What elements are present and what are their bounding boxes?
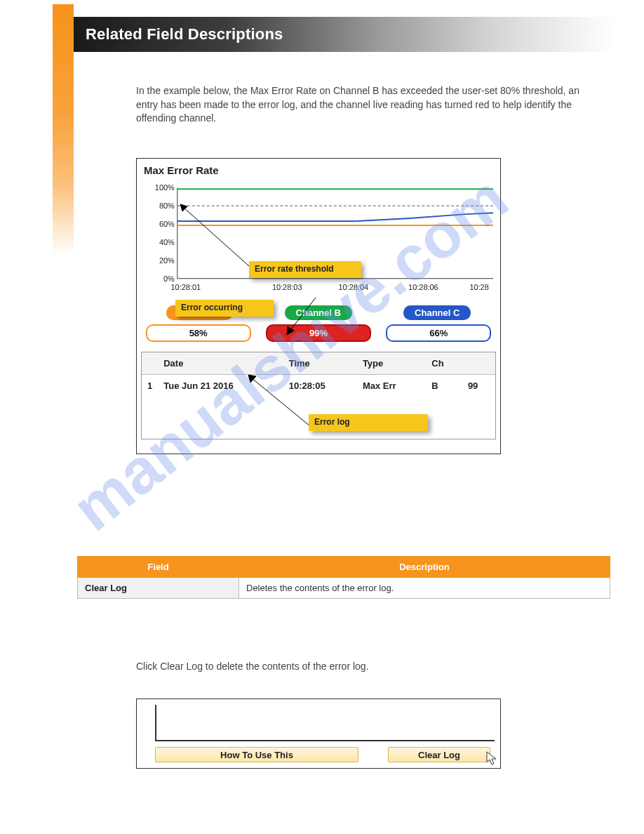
header-orange-tab bbox=[53, 4, 74, 17]
log-cell-n: 1 bbox=[142, 375, 158, 397]
ytick-0: 0% bbox=[163, 274, 175, 283]
xtick-1: 10:28:03 bbox=[272, 283, 302, 291]
sidebar-orange-gradient bbox=[53, 17, 74, 256]
axis-y bbox=[155, 705, 156, 741]
how-to-use-button[interactable]: How To Use This bbox=[155, 747, 358, 762]
xtick-0: 10:28:01 bbox=[170, 283, 201, 291]
svg-marker-5 bbox=[287, 326, 294, 335]
callout-error: Error occurring bbox=[175, 300, 274, 317]
table-row: 1 Tue Jun 21 2016 10:28:05 Max Err B 99 bbox=[142, 375, 495, 397]
svg-line-2 bbox=[183, 207, 249, 266]
error-log-panel: Date Time Type Ch 1 Tue Jun 21 2016 10:2… bbox=[141, 352, 496, 439]
ytick-20: 20% bbox=[159, 256, 175, 265]
log-col-val bbox=[462, 352, 495, 375]
chart-area: 100% 80% 60% 40% 20% 0% 10:28:01 10:28:0… bbox=[137, 180, 500, 300]
paragraph-clearlog: Click Clear Log to delete the contents o… bbox=[136, 660, 602, 674]
callout-log: Error log bbox=[309, 414, 428, 431]
log-cell-type: Max Err bbox=[357, 375, 426, 397]
figure-max-error-rate: Max Error Rate 100% 80% 60% 40% 20% 0% 1… bbox=[136, 158, 501, 454]
xtick-2: 10:28:04 bbox=[339, 283, 369, 291]
ft-cell-val: Deletes the contents of the error log. bbox=[239, 578, 610, 599]
paragraph-intro: In the example below, the Max Error Rate… bbox=[136, 84, 602, 126]
ft-cell-key: Clear Log bbox=[78, 578, 239, 599]
log-cell-ch: B bbox=[426, 375, 462, 397]
ft-head-desc: Description bbox=[239, 557, 610, 578]
cursor-icon bbox=[486, 751, 499, 767]
log-cell-val: 99 bbox=[462, 375, 495, 397]
table-row: Clear Log Deletes the contents of the er… bbox=[78, 578, 610, 599]
callout-threshold: Error rate threshold bbox=[249, 261, 361, 278]
pct-channel-a: 58% bbox=[146, 324, 251, 342]
pct-channel-c: 66% bbox=[386, 324, 491, 342]
error-log-table: Date Time Type Ch 1 Tue Jun 21 2016 10:2… bbox=[142, 352, 495, 397]
ft-head-field: Field bbox=[78, 557, 239, 578]
log-col-date: Date bbox=[158, 352, 283, 375]
arrow-threshold bbox=[179, 203, 256, 273]
log-col-ch: Ch bbox=[426, 352, 462, 375]
log-col-type: Type bbox=[357, 352, 426, 375]
svg-marker-7 bbox=[248, 375, 256, 383]
xtick-4: 10:28 bbox=[469, 283, 488, 291]
ytick-100: 100% bbox=[155, 183, 175, 192]
xtick-3: 10:28:06 bbox=[408, 283, 438, 291]
figure-clear-log: How To Use This Clear Log bbox=[136, 699, 501, 769]
ytick-60: 60% bbox=[159, 220, 175, 228]
clear-log-button[interactable]: Clear Log bbox=[388, 747, 490, 762]
arrow-error bbox=[284, 294, 319, 336]
arrow-log bbox=[247, 373, 317, 430]
log-col-time: Time bbox=[283, 352, 357, 375]
field-description-table: Field Description Clear Log Deletes the … bbox=[77, 556, 610, 599]
svg-line-4 bbox=[288, 298, 316, 333]
chart-title: Max Error Rate bbox=[137, 159, 500, 180]
axis-x bbox=[155, 740, 495, 741]
ytick-40: 40% bbox=[159, 238, 175, 246]
svg-line-6 bbox=[251, 378, 310, 426]
page-title: Related Field Descriptions bbox=[86, 25, 283, 44]
legend-channel-c: Channel C bbox=[403, 305, 471, 320]
log-col-row bbox=[142, 352, 158, 375]
ytick-80: 80% bbox=[159, 201, 175, 210]
